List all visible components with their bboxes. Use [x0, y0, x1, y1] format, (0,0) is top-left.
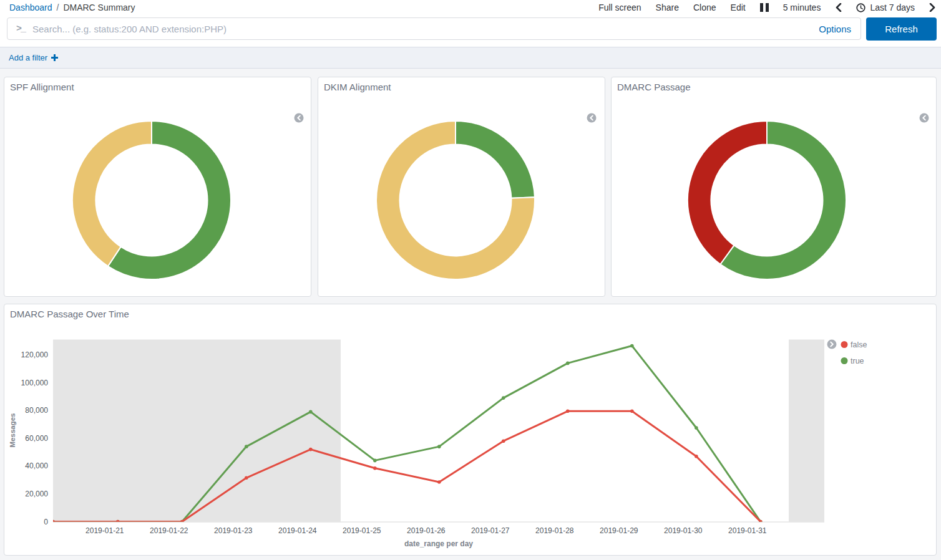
data-point-true[interactable]: [566, 362, 570, 365]
y-axis-title: Messages: [9, 413, 16, 448]
y-tick-label: 60,000: [25, 434, 48, 443]
data-point-true[interactable]: [245, 445, 248, 448]
data-point-false[interactable]: [695, 455, 698, 458]
y-tick-label: 80,000: [25, 406, 48, 415]
data-point-false[interactable]: [180, 520, 184, 524]
chevron-right-icon: [929, 3, 936, 12]
data-point-false[interactable]: [309, 448, 313, 451]
legend-toggle-collapsed-icon[interactable]: [294, 113, 304, 123]
data-point-true[interactable]: [630, 344, 634, 348]
x-tick-label: 2019-01-30: [664, 526, 703, 535]
legend-item-false[interactable]: false: [841, 340, 867, 349]
full-screen-button[interactable]: Full screen: [598, 2, 641, 12]
legend-label: false: [851, 340, 867, 349]
data-point-false[interactable]: [502, 439, 505, 443]
top-nav-menu: Full screen Share Clone Edit 5 minutes L…: [598, 2, 936, 12]
dmarc-passage-over-time-line-chart: 020,00040,00060,00080,000100,000120,0002…: [4, 304, 936, 555]
legend-toggle-expanded-icon[interactable]: [827, 340, 837, 349]
chevron-left-icon: [835, 3, 842, 12]
y-tick-label: 40,000: [25, 461, 48, 470]
x-tick-label: 2019-01-27: [471, 526, 510, 535]
panel-title: DKIM Alignment: [324, 82, 391, 92]
legend-toggle-collapsed-icon[interactable]: [919, 113, 929, 123]
dmarc-passage-donut-chart: [686, 119, 848, 281]
donut-slice-true[interactable]: [456, 121, 535, 198]
x-tick-label: 2019-01-25: [343, 526, 381, 535]
x-axis-title: date_range per day: [404, 539, 473, 548]
edit-button[interactable]: Edit: [731, 2, 746, 12]
breadcrumb-separator: /: [57, 2, 59, 12]
x-tick-label: 2019-01-26: [407, 526, 446, 535]
top-bar: Dashboard / DMARC Summary Full screen Sh…: [0, 0, 941, 15]
x-tick-label: 2019-01-29: [600, 526, 638, 535]
add-filter-button[interactable]: Add a filter: [9, 53, 59, 62]
y-tick-label: 0: [44, 518, 48, 526]
data-point-true[interactable]: [695, 426, 698, 430]
options-link[interactable]: Options: [819, 24, 861, 34]
breadcrumb-dashboard-link[interactable]: Dashboard: [9, 2, 52, 12]
data-point-false[interactable]: [759, 520, 763, 524]
donut-slice-false[interactable]: [688, 121, 767, 264]
console-icon: >_: [7, 24, 32, 34]
data-point-false[interactable]: [116, 520, 120, 524]
data-point-false[interactable]: [245, 476, 248, 480]
refresh-button[interactable]: Refresh: [866, 17, 937, 41]
x-tick-label: 2019-01-31: [728, 526, 767, 535]
search-input[interactable]: >_ Search... (e.g. status:200 AND extens…: [7, 17, 861, 40]
y-tick-label: 100,000: [21, 379, 49, 387]
data-point-false[interactable]: [566, 409, 570, 413]
legend-item-true[interactable]: true: [841, 357, 864, 365]
panel-dmarc-passage: DMARC Passage: [611, 77, 937, 297]
time-range-picker[interactable]: Last 7 days: [856, 2, 915, 12]
data-point-true[interactable]: [502, 396, 505, 400]
data-point-false[interactable]: [51, 520, 55, 524]
clone-button[interactable]: Clone: [693, 2, 716, 12]
x-tick-label: 2019-01-21: [85, 526, 124, 535]
panel-dkim-alignment: DKIM Alignment: [318, 77, 605, 297]
x-tick-label: 2019-01-22: [150, 526, 188, 535]
dkim-alignment-donut-chart: [374, 119, 537, 281]
spf-alignment-donut-chart: [71, 119, 233, 281]
refresh-interval-button[interactable]: 5 minutes: [783, 2, 821, 12]
data-point-false[interactable]: [437, 480, 441, 484]
panel-dmarc-passage-over-time: DMARC Passage Over Time 020,00040,00060,…: [4, 304, 937, 556]
panel-title: SPF Allignment: [10, 82, 74, 92]
endzone-partial-data: [53, 340, 341, 522]
panel-title: DMARC Passage: [617, 82, 691, 92]
share-button[interactable]: Share: [656, 2, 679, 12]
data-point-true[interactable]: [437, 445, 441, 448]
data-point-true[interactable]: [309, 410, 313, 414]
y-tick-label: 20,000: [25, 490, 48, 498]
legend-label: true: [851, 357, 864, 365]
data-point-false[interactable]: [630, 409, 634, 413]
page-title: DMARC Summary: [63, 2, 135, 12]
breadcrumb: Dashboard / DMARC Summary: [9, 2, 135, 12]
donut-slice-false[interactable]: [72, 121, 152, 266]
endzone-partial-data: [789, 340, 824, 522]
chart-legend: falsetrue: [827, 340, 867, 366]
data-point-false[interactable]: [373, 466, 377, 470]
pause-icon[interactable]: [760, 3, 769, 12]
time-forward-button[interactable]: [929, 3, 936, 12]
filter-bar: Add a filter: [0, 47, 941, 69]
x-tick-label: 2019-01-23: [214, 526, 253, 535]
y-tick-label: 120,000: [21, 350, 49, 359]
time-back-button[interactable]: [835, 3, 842, 12]
x-tick-label: 2019-01-28: [535, 526, 574, 535]
time-range-label: Last 7 days: [870, 2, 915, 12]
query-bar: >_ Search... (e.g. status:200 AND extens…: [0, 15, 941, 47]
legend-toggle-collapsed-icon[interactable]: [587, 113, 597, 123]
data-point-true[interactable]: [373, 459, 377, 463]
panel-spf-alignment: SPF Allignment: [4, 77, 311, 297]
search-placeholder: Search... (e.g. status:200 AND extension…: [32, 24, 819, 34]
add-filter-label: Add a filter: [9, 53, 47, 62]
x-tick-label: 2019-01-24: [278, 526, 317, 535]
plus-icon: [51, 54, 59, 62]
clock-icon: [856, 3, 865, 12]
